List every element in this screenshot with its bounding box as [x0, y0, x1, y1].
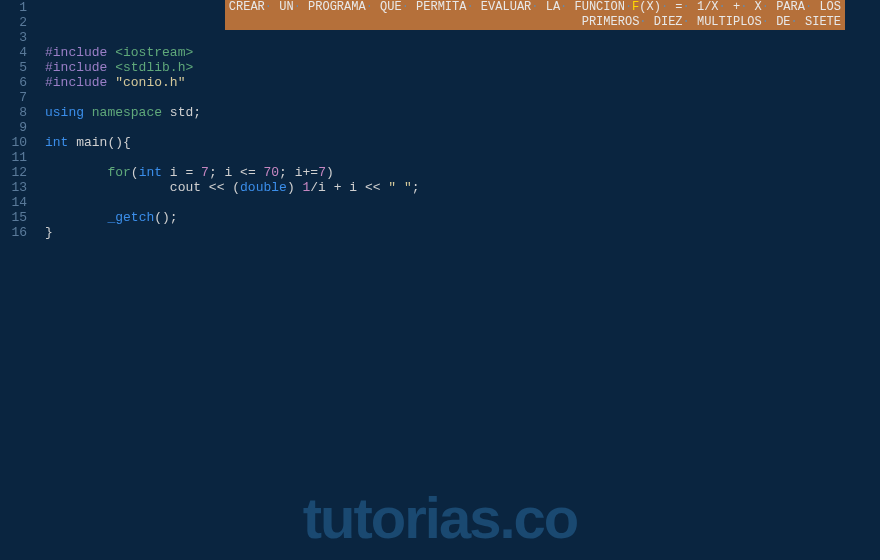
comment-line-1: CREAR· UN· PROGRAMA· QUE· PERMITA· EVALU… [229, 0, 841, 15]
code-line[interactable]: #include <iostream> [35, 45, 880, 60]
line-number: 11 [0, 150, 27, 165]
line-number-gutter: 1 2 3 4 5 6 7 8 9 10 11 12 13 14 15 16 [0, 0, 35, 560]
line-number: 16 [0, 225, 27, 240]
code-line[interactable] [35, 195, 880, 210]
code-content[interactable]: CREAR· UN· PROGRAMA· QUE· PERMITA· EVALU… [35, 0, 880, 560]
line-number: 6 [0, 75, 27, 90]
line-number: 12 [0, 165, 27, 180]
line-number: 4 [0, 45, 27, 60]
header-comment: CREAR· UN· PROGRAMA· QUE· PERMITA· EVALU… [225, 0, 845, 30]
code-line[interactable] [35, 150, 880, 165]
line-number: 15 [0, 210, 27, 225]
code-line[interactable]: #include <stdlib.h> [35, 60, 880, 75]
code-line[interactable]: int main(){ [35, 135, 880, 150]
line-number: 13 [0, 180, 27, 195]
line-number: 1 [0, 0, 27, 15]
code-line[interactable]: #include "conio.h" [35, 75, 880, 90]
line-number: 2 [0, 15, 27, 30]
code-editor[interactable]: 1 2 3 4 5 6 7 8 9 10 11 12 13 14 15 16 C… [0, 0, 880, 560]
code-line[interactable]: _getch(); [35, 210, 880, 225]
line-number: 14 [0, 195, 27, 210]
code-line[interactable] [35, 90, 880, 105]
code-line[interactable]: cout << (double) 1/i + i << " "; [35, 180, 880, 195]
code-line[interactable] [35, 120, 880, 135]
line-number: 9 [0, 120, 27, 135]
line-number: 5 [0, 60, 27, 75]
code-line[interactable]: for(int i = 7; i <= 70; i+=7) [35, 165, 880, 180]
watermark-logo: tutorias.co [303, 510, 578, 525]
code-line[interactable]: } [35, 225, 880, 240]
line-number: 8 [0, 105, 27, 120]
comment-line-2: PRIMEROS· DIEZ· MULTIPLOS· DE· SIETE [229, 15, 841, 30]
code-line[interactable]: using namespace std; [35, 105, 880, 120]
line-number: 3 [0, 30, 27, 45]
code-line[interactable] [35, 30, 880, 45]
line-number: 10 [0, 135, 27, 150]
line-number: 7 [0, 90, 27, 105]
